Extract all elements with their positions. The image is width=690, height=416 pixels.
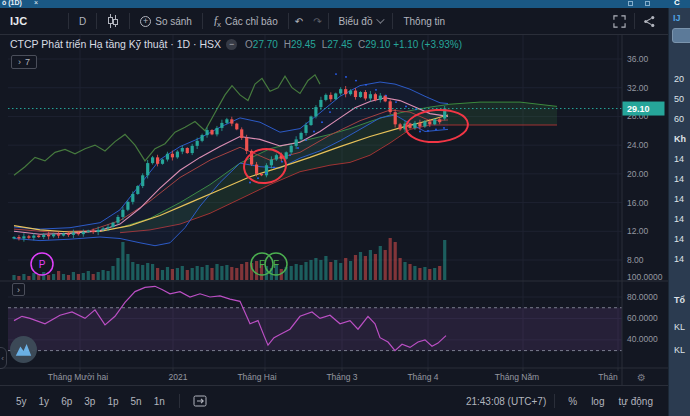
toolbar-separator [328, 13, 329, 29]
svg-text:29.10: 29.10 [627, 104, 650, 114]
share-icon [643, 15, 656, 28]
sidebar-row[interactable]: 14 [674, 234, 684, 244]
auto-scale-button[interactable]: tự động [614, 394, 659, 409]
sidebar-row[interactable]: 14 [674, 254, 684, 264]
fullscreen-icon [613, 15, 626, 28]
broker-logo [10, 336, 37, 363]
chart-style-button[interactable] [99, 11, 127, 31]
chart-area: 36.0032.0028.0024.0020.0016.0012.008.001… [0, 35, 668, 385]
lower-pane-collapse-button[interactable]: › [12, 283, 25, 296]
range-1n[interactable]: 1n [148, 394, 171, 409]
sidebar-row[interactable]: 20 [674, 74, 684, 84]
symbol-description[interactable]: CTCP Phát triển Hạ tầng Kỹ thuật · 1D · … [10, 38, 221, 50]
log-scale-button[interactable]: log [586, 394, 609, 409]
high-value: 29.45 [291, 39, 316, 50]
last-price-badge: 29.10 [623, 102, 665, 116]
high-label: H [284, 39, 291, 50]
indicators-label: Các chỉ báo [225, 16, 278, 27]
chart-toolbar: IJC D + So sánh [0, 8, 668, 35]
axis-settings-gear-icon: ⚙ [637, 372, 646, 383]
interval-button[interactable]: D [71, 11, 94, 31]
mountain-logo-icon [15, 343, 32, 356]
sidebar-button[interactable] [672, 28, 690, 43]
sidebar-row[interactable]: KL [674, 322, 685, 332]
svg-text:100.0000: 100.0000 [627, 272, 663, 282]
chevron-down-icon [377, 15, 385, 23]
sidebar-row[interactable]: 60 [674, 114, 684, 124]
sidebar-header-clipped: C [674, 0, 680, 7]
indicator-count: 7 [25, 57, 30, 67]
chart-layout-menu[interactable]: Biểu đồ [331, 11, 391, 31]
svg-text:Tháng 3: Tháng 3 [326, 372, 357, 382]
range-3p[interactable]: 3p [78, 394, 101, 409]
chart-legend: CTCP Phát triển Hạ tầng Kỹ thuật · 1D · … [10, 38, 462, 50]
svg-text:Tháng Hai: Tháng Hai [237, 372, 276, 382]
plus-circle-icon: + [140, 16, 151, 27]
sidebar-row[interactable]: 14 [674, 214, 684, 224]
trading-app: ồ (1D) × C IJC D [0, 0, 690, 416]
svg-text:36.00: 36.00 [627, 54, 649, 64]
svg-text:Tháng Mười hai: Tháng Mười hai [48, 372, 109, 382]
bottom-separator [554, 394, 555, 408]
svg-text:F: F [259, 259, 265, 270]
range-6p[interactable]: 6p [55, 394, 78, 409]
svg-text:32.00: 32.00 [627, 83, 649, 93]
clock[interactable]: 21:43:08 (UTC+7) [466, 396, 546, 407]
sidebar-row[interactable]: 50 [674, 94, 684, 104]
chart-canvas[interactable]: 36.0032.0028.0024.0020.0016.0012.008.001… [0, 35, 668, 385]
tab-close-icon[interactable]: × [34, 0, 38, 7]
open-label: O [245, 39, 253, 50]
range-1p[interactable]: 1p [101, 394, 124, 409]
change-value: +1.10 (+3.93%) [393, 39, 462, 50]
drawing-toolbar-handle[interactable]: ‹ [0, 347, 7, 369]
svg-text:20.00: 20.00 [627, 169, 649, 179]
svg-text:P: P [39, 259, 46, 270]
indicators-collapse-button[interactable]: › 7 [11, 55, 37, 69]
svg-text:F: F [273, 259, 279, 270]
toolbar-separator [129, 13, 130, 29]
strip-icon-2[interactable] [645, 1, 650, 6]
toolbar-separator [202, 13, 203, 29]
svg-text:40.0000: 40.0000 [627, 334, 658, 344]
hide-indicator-icon[interactable]: − [226, 39, 237, 50]
open-value: 27.70 [253, 39, 278, 50]
strip-icon-1[interactable] [628, 1, 633, 6]
close-value: 29.10 [365, 39, 390, 50]
range-5n[interactable]: 5n [125, 394, 148, 409]
toolbar-separator [96, 13, 97, 29]
share-button[interactable] [637, 11, 662, 31]
toolbar-separator [392, 13, 393, 29]
low-value: 27.45 [327, 39, 352, 50]
undo-button[interactable]: ↶ [291, 11, 307, 31]
sidebar-row[interactable]: KL [674, 345, 685, 355]
toolbar-separator [68, 13, 69, 29]
fx-icon: ƒx [213, 13, 221, 29]
svg-text:12.00: 12.00 [627, 226, 649, 236]
compare-button[interactable]: + So sánh [132, 11, 200, 31]
sidebar-row[interactable]: Kh [674, 134, 686, 144]
range-1y[interactable]: 1y [33, 394, 56, 409]
sidebar-symbol[interactable]: IJ [673, 13, 681, 23]
chevron-right-icon: › [18, 57, 21, 67]
info-button[interactable]: Thông tin [395, 11, 453, 31]
svg-text:Thán: Thán [598, 372, 618, 382]
goto-date-button[interactable] [188, 392, 212, 411]
sidebar-row[interactable]: 14 [674, 154, 684, 164]
goto-date-icon [193, 394, 207, 407]
sidebar-row[interactable]: 14 [674, 174, 684, 184]
tab-title[interactable]: ồ (1D) [2, 0, 22, 7]
compare-label: So sánh [155, 16, 192, 27]
svg-text:Tháng Năm: Tháng Năm [495, 372, 539, 382]
percent-scale-button[interactable]: % [563, 394, 582, 409]
symbol-button[interactable]: IJC [6, 11, 66, 31]
bottom-separator [179, 394, 180, 408]
range-5y[interactable]: 5y [10, 394, 33, 409]
fullscreen-button[interactable] [607, 11, 632, 31]
redo-button[interactable]: ↷ [309, 11, 325, 31]
range-buttons: 5y1y6p3p1p5n1n [10, 394, 171, 409]
sidebar-row[interactable]: 14 [674, 194, 684, 204]
svg-text:24.00: 24.00 [627, 140, 649, 150]
sidebar-row[interactable]: Tổ [674, 295, 685, 305]
svg-text:16.00: 16.00 [627, 198, 649, 208]
indicators-button[interactable]: ƒx Các chỉ báo [205, 11, 286, 31]
